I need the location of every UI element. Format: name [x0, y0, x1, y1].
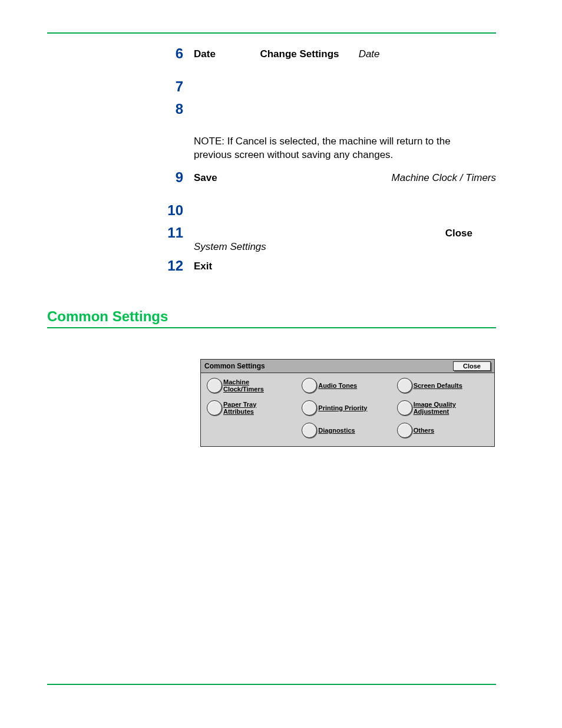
top-divider — [47, 32, 496, 34]
step-11: 11 Close System Settings — [156, 225, 496, 254]
bottom-divider — [47, 684, 496, 685]
radio-icon — [397, 423, 412, 438]
step-number: 10 — [156, 202, 183, 219]
panel-titlebar: Common Settings Close — [201, 360, 494, 373]
option-paper-tray-attributes[interactable]: Paper Tray Attributes — [207, 400, 298, 416]
radio-icon — [207, 378, 222, 393]
option-others[interactable]: Others — [397, 423, 488, 438]
step-number: 9 — [156, 169, 183, 186]
step-body: Close System Settings — [194, 225, 496, 254]
radio-icon — [397, 378, 412, 393]
radio-icon — [302, 378, 317, 393]
step-number: 7 — [156, 78, 183, 95]
common-settings-panel: Common Settings Close Machine Clock/Time… — [200, 359, 495, 447]
step-7: 7 — [156, 78, 496, 101]
label-system-settings: System Settings — [194, 241, 496, 254]
label-exit: Exit — [194, 261, 212, 272]
step-number: 12 — [156, 258, 183, 274]
option-label: Printing Priority — [318, 404, 367, 411]
option-label: Screen Defaults — [414, 382, 462, 389]
step-body: Exit — [194, 258, 496, 274]
note-lead: NOTE: — [194, 136, 224, 147]
step-body — [194, 202, 496, 205]
note-pre: If — [224, 136, 236, 147]
label-date: Date — [194, 48, 216, 60]
label-save: Save — [194, 172, 217, 185]
option-diagnostics[interactable]: Diagnostics — [302, 423, 393, 438]
step-body — [194, 78, 496, 81]
label-close: Close — [445, 228, 472, 239]
radio-icon — [302, 400, 317, 416]
label-date-italic: Date — [359, 48, 380, 60]
step-9: 9 Save Machine Clock / Timers — [156, 169, 496, 192]
section-divider — [47, 327, 496, 328]
page-content: 6 Date Change Settings Date 7 8 NOTE: If… — [47, 32, 496, 447]
step-body: Date Change Settings Date — [194, 45, 496, 61]
note-bold: Cancel — [236, 136, 267, 147]
step-number: 11 — [156, 225, 183, 241]
option-label: Audio Tones — [318, 382, 357, 389]
radio-icon — [302, 423, 317, 438]
option-screen-defaults[interactable]: Screen Defaults — [397, 378, 488, 393]
label-machine-clock-timers: Machine Clock / Timers — [392, 172, 496, 185]
option-label: Paper Tray Attributes — [223, 401, 288, 415]
note-block: NOTE: If Cancel is selected, the machine… — [194, 129, 496, 169]
step-8: 8 — [156, 101, 496, 123]
panel-title-text: Common Settings — [204, 362, 265, 370]
option-label: Machine Clock/Timers — [223, 378, 288, 393]
option-label: Diagnostics — [318, 427, 355, 434]
step-number: 6 — [156, 45, 183, 62]
option-label: Others — [414, 427, 434, 434]
option-image-quality-adjustment[interactable]: Image Quality Adjustment — [397, 400, 488, 416]
panel-body: Machine Clock/Timers Audio Tones Screen … — [201, 373, 494, 446]
option-label: Image Quality Adjustment — [414, 401, 478, 415]
radio-icon — [397, 400, 412, 416]
option-printing-priority[interactable]: Printing Priority — [302, 400, 393, 416]
section-heading: Common Settings — [47, 308, 496, 325]
step-body — [194, 101, 496, 103]
step-body: Save Machine Clock / Timers — [194, 169, 496, 185]
step-number: 8 — [156, 101, 183, 117]
step-12: 12 Exit — [156, 258, 496, 280]
step-10: 10 — [156, 202, 496, 225]
label-change-settings: Change Settings — [260, 48, 339, 60]
step-list: 6 Date Change Settings Date 7 8 NOTE: If… — [156, 45, 496, 280]
option-machine-clock-timers[interactable]: Machine Clock/Timers — [207, 378, 298, 393]
option-audio-tones[interactable]: Audio Tones — [302, 378, 393, 393]
step-6: 6 Date Change Settings Date — [156, 45, 496, 68]
panel-close-button[interactable]: Close — [453, 361, 491, 371]
common-settings-panel-wrap: Common Settings Close Machine Clock/Time… — [200, 359, 495, 447]
radio-icon — [207, 400, 222, 416]
